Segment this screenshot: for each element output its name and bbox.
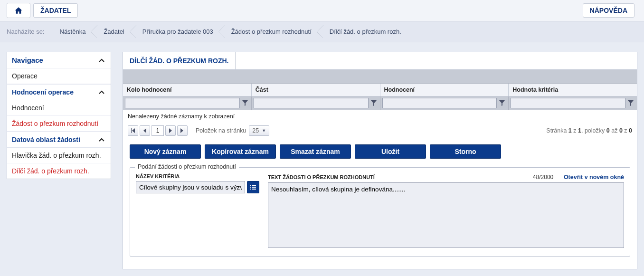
grid-col-kolo[interactable]: Kolo hodnocení <box>123 84 252 96</box>
breadcrumb-item[interactable]: Nástěnka <box>50 25 95 38</box>
fieldset-legend: Podání žádosti o přezkum rozhodnutí <box>135 163 239 170</box>
pager-next-button[interactable] <box>165 125 176 136</box>
applicant-button[interactable]: ŽADATEL <box>33 3 78 18</box>
pager-info: Stránka 1 z 1, položky 0 až 0 z 0 <box>546 127 632 134</box>
list-picker-button[interactable] <box>247 181 259 193</box>
copy-record-button[interactable]: Kopírovat záznam <box>205 144 276 159</box>
delete-record-button[interactable]: Smazat záznam <box>280 144 351 159</box>
grid-col-hodnoceni[interactable]: Hodnocení <box>380 84 509 96</box>
topbar: ŽADATEL NÁPOVĚDA <box>0 0 644 21</box>
chevron-up-icon <box>98 88 106 96</box>
sidebar-eval-header[interactable]: Hodnocení operace <box>7 84 111 100</box>
request-text-textarea[interactable] <box>268 182 624 248</box>
filter-icon[interactable] <box>626 98 635 108</box>
pager-first-button[interactable] <box>128 125 138 136</box>
sidebar-nav-title: Navigace <box>12 56 43 64</box>
grid-col-hodnota[interactable]: Hodnota kritéria <box>509 84 637 96</box>
per-page-label: Položek na stránku <box>196 127 246 134</box>
sidebar-item-dilci[interactable]: Dílčí žád. o přezkum rozh. <box>7 163 111 179</box>
text-label: TEXT ŽÁDOSTI O PŘEZKUM ROZHODNUTÍ <box>268 174 375 180</box>
filter-icon[interactable] <box>369 98 378 108</box>
help-button[interactable]: NÁPOVĚDA <box>583 3 635 18</box>
breadcrumb-item[interactable]: Příručka pro žadatele 003 <box>133 25 222 38</box>
sidebar-eval-title: Hodnocení operace <box>12 88 74 96</box>
svg-rect-3 <box>252 187 256 188</box>
sidebar-data-title: Datová oblast žádosti <box>12 136 80 143</box>
criterion-input[interactable] <box>136 181 245 193</box>
sidebar: Navigace Operace Hodnocení operace Hodno… <box>7 52 111 184</box>
grid-col-cast[interactable]: Část <box>252 84 380 96</box>
list-icon <box>250 184 256 190</box>
chevron-up-icon <box>98 136 106 143</box>
home-icon <box>14 6 23 15</box>
breadcrumb-item[interactable]: Žadatel <box>94 25 133 38</box>
per-page-select[interactable]: 25 ▼ <box>249 125 269 136</box>
filter-cast-input[interactable] <box>254 98 369 108</box>
sidebar-item-prezkum[interactable]: Žádost o přezkum rozhodnutí <box>7 116 111 132</box>
filter-hodnota-input[interactable] <box>511 98 625 108</box>
breadcrumb: Nacházíte se: Nástěnka Žadatel Příručka … <box>0 21 644 42</box>
filter-icon[interactable] <box>241 98 249 108</box>
sidebar-item-hlavicka[interactable]: Hlavička žád. o přezkum rozh. <box>7 148 111 163</box>
pager-prev-button[interactable] <box>140 125 150 136</box>
home-button[interactable] <box>7 3 30 18</box>
svg-rect-4 <box>250 189 251 190</box>
sidebar-item-operations[interactable]: Operace <box>7 68 111 84</box>
chevron-down-icon: ▼ <box>262 128 266 133</box>
main-panel: DÍLČÍ ŽÁD. O PŘEZKUM ROZH. Kolo hodnocen… <box>123 52 637 269</box>
svg-rect-0 <box>250 185 251 186</box>
criterion-label: NÁZEV KRITÉRIA <box>136 173 259 179</box>
svg-rect-1 <box>252 185 256 186</box>
pager: Položek na stránku 25 ▼ Stránka 1 z 1, p… <box>123 123 637 139</box>
filter-hodnoceni-input[interactable] <box>382 98 497 108</box>
filter-icon[interactable] <box>498 98 506 108</box>
no-records-text: Nenalezeny žádné záznamy k zobrazení <box>123 110 637 123</box>
new-record-button[interactable]: Nový záznam <box>130 144 201 159</box>
sidebar-data-header[interactable]: Datová oblast žádosti <box>7 132 111 148</box>
page-title: DÍLČÍ ŽÁD. O PŘEZKUM ROZH. <box>123 52 236 69</box>
chevron-up-icon <box>98 56 106 64</box>
sidebar-nav-header[interactable]: Navigace <box>7 52 111 68</box>
svg-rect-2 <box>250 187 251 188</box>
cancel-button[interactable]: Storno <box>430 144 501 159</box>
form-fieldset: Podání žádosti o přezkum rozhodnutí NÁZE… <box>130 167 630 257</box>
pager-last-button[interactable] <box>177 125 188 136</box>
pager-page-input[interactable] <box>152 125 164 136</box>
breadcrumb-item[interactable]: Dílčí žád. o přezkum rozh. <box>320 25 410 38</box>
action-bar: Nový záznam Kopírovat záznam Smazat zázn… <box>123 139 637 161</box>
save-button[interactable]: Uložit <box>355 144 426 159</box>
open-new-window-link[interactable]: Otevřít v novém okně <box>564 174 624 181</box>
filter-kolo-input[interactable] <box>125 98 240 108</box>
char-count: 48/2000 <box>533 174 553 181</box>
data-grid: Kolo hodnocení Část Hodnocení Hodnota kr… <box>123 70 637 139</box>
sidebar-item-hodnoceni[interactable]: Hodnocení <box>7 100 111 116</box>
breadcrumb-item[interactable]: Žádost o přezkum rozhodnutí <box>222 25 320 38</box>
breadcrumb-label: Nacházíte se: <box>7 28 45 35</box>
svg-rect-5 <box>252 189 256 190</box>
